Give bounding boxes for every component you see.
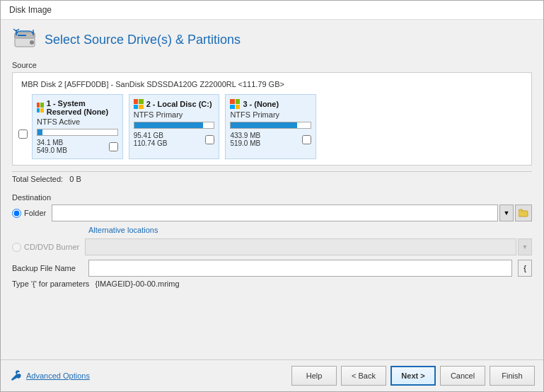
type-label: Type '{' for parameters xyxy=(12,279,89,288)
partition-1-type: NTFS Active xyxy=(37,117,118,126)
partition-2-progress-bg xyxy=(134,122,215,129)
partition-1-progress-fill xyxy=(37,129,42,135)
footer-buttons: Help < Back Next > Cancel Finish xyxy=(291,366,535,386)
partition-3-progress-fill xyxy=(231,122,297,128)
folder-radio-text: Folder xyxy=(24,209,46,217)
partition-2-type: NTFS Primary xyxy=(134,110,215,119)
folder-input-row: ▼ xyxy=(52,204,532,221)
advanced-options-label: Advanced Options xyxy=(26,371,90,380)
partition-3-label: 3 - (None) xyxy=(243,100,279,108)
folder-radio-label[interactable]: Folder xyxy=(12,209,46,218)
windows-logo-icon-2 xyxy=(134,99,144,109)
partition-2-used: 95.41 GB xyxy=(134,132,168,139)
cddvd-row: CD/DVD Burner ▼ xyxy=(12,238,532,255)
alt-locations-link[interactable]: Alternative locations xyxy=(88,226,532,234)
next-button[interactable]: Next > xyxy=(390,366,436,386)
partition-1-sizes: 34.1 MB 549.0 MB xyxy=(37,139,118,154)
cddvd-dropdown-button: ▼ xyxy=(518,238,532,255)
partition-card-1: 1 - System Reserved (None) NTFS Active 3… xyxy=(32,94,123,159)
partition-1-label: 1 - System Reserved (None) xyxy=(47,99,118,116)
partition-2-progress-fill xyxy=(134,122,203,128)
source-disk-checkbox[interactable] xyxy=(18,129,28,139)
partition-1-title: 1 - System Reserved (None) xyxy=(37,99,118,116)
partition-3-type: NTFS Primary xyxy=(230,110,311,119)
cddvd-input xyxy=(85,238,516,255)
partition-2-sizes: 95.41 GB 110.74 GB xyxy=(134,132,215,147)
svg-point-2 xyxy=(30,40,34,45)
partition-3-progress-bg xyxy=(230,122,311,129)
page-header: Select Source Drive(s) & Partitions xyxy=(12,27,532,52)
partition-2-title: 2 - Local Disc (C:) xyxy=(134,99,215,109)
advanced-options-link[interactable]: Advanced Options xyxy=(9,369,90,382)
backup-row: Backup File Name { xyxy=(12,260,532,277)
main-content: Select Source Drive(s) & Partitions Sour… xyxy=(1,20,543,359)
folder-browse-button[interactable] xyxy=(515,204,532,221)
backup-param-button[interactable]: { xyxy=(518,260,532,277)
partition-2-checkbox[interactable] xyxy=(205,135,214,144)
backup-file-label: Backup File Name xyxy=(12,264,83,272)
source-box: MBR Disk 2 [A5FFD0DB] - SanDisk SDSSDA12… xyxy=(12,72,532,166)
destination-section: Destination Folder ▼ xyxy=(12,193,532,288)
finish-button[interactable]: Finish xyxy=(490,366,535,386)
wrench-icon xyxy=(9,369,22,382)
partition-3-title: 3 - (None) xyxy=(230,99,311,109)
partition-3-checkbox[interactable] xyxy=(302,135,311,144)
folder-radio[interactable] xyxy=(12,209,21,218)
folder-row: Folder ▼ xyxy=(12,204,532,221)
windows-logo-icon-3 xyxy=(230,99,240,109)
backup-file-input[interactable] xyxy=(88,260,512,277)
cddvd-radio-label[interactable]: CD/DVD Burner xyxy=(12,243,79,252)
partitions-row: 1 - System Reserved (None) NTFS Active 3… xyxy=(32,94,316,159)
partition-2-label: 2 - Local Disc (C:) xyxy=(146,100,212,108)
partition-card-2: 2 - Local Disc (C:) NTFS Primary 95.41 G… xyxy=(129,94,220,159)
title-bar: Disk Image xyxy=(1,1,543,20)
disk-image-icon xyxy=(12,27,37,52)
cancel-button[interactable]: Cancel xyxy=(440,366,485,386)
source-section-label: Source xyxy=(12,61,532,69)
partition-3-used: 433.9 MB xyxy=(230,132,260,139)
type-row: Type '{' for parameters {IMAGEID}-00-00.… xyxy=(12,279,532,288)
footer: Advanced Options Help < Back Next > Canc… xyxy=(1,359,543,391)
cddvd-radio-text: CD/DVD Burner xyxy=(24,243,79,251)
page-title: Select Source Drive(s) & Partitions xyxy=(45,33,241,47)
total-selected-label: Total Selected: xyxy=(12,175,63,183)
partition-card-3: 3 - (None) NTFS Primary 433.9 MB 519.0 M… xyxy=(225,94,316,159)
partition-1-total: 549.0 MB xyxy=(37,146,67,154)
main-window: Disk Image Select Source Drive(s) & Part… xyxy=(0,0,544,392)
partition-3-total: 519.0 MB xyxy=(230,139,260,147)
back-button[interactable]: < Back xyxy=(341,366,386,386)
partition-1-used: 34.1 MB xyxy=(37,139,67,146)
cddvd-radio[interactable] xyxy=(12,243,21,252)
total-selected-row: Total Selected: 0 B xyxy=(12,171,532,186)
cddvd-input-row: ▼ xyxy=(85,238,532,255)
folder-dropdown-button[interactable]: ▼ xyxy=(499,204,514,221)
disk-header: MBR Disk 2 [A5FFD0DB] - SanDisk SDSSDA12… xyxy=(18,79,526,90)
total-selected-value: 0 B xyxy=(69,175,81,183)
partition-2-total: 110.74 GB xyxy=(134,139,168,147)
windows-logo-icon-1 xyxy=(37,103,44,113)
destination-label: Destination xyxy=(12,193,532,202)
help-button[interactable]: Help xyxy=(291,366,337,386)
partition-1-checkbox[interactable] xyxy=(109,142,118,151)
type-value: {IMAGEID}-00-00.mrimg xyxy=(95,279,179,288)
source-row: 1 - System Reserved (None) NTFS Active 3… xyxy=(18,94,526,159)
folder-input[interactable] xyxy=(52,204,498,221)
window-title: Disk Image xyxy=(9,5,52,15)
partition-3-sizes: 433.9 MB 519.0 MB xyxy=(230,132,311,147)
partition-1-progress-bg xyxy=(37,129,118,136)
svg-rect-3 xyxy=(519,211,528,217)
